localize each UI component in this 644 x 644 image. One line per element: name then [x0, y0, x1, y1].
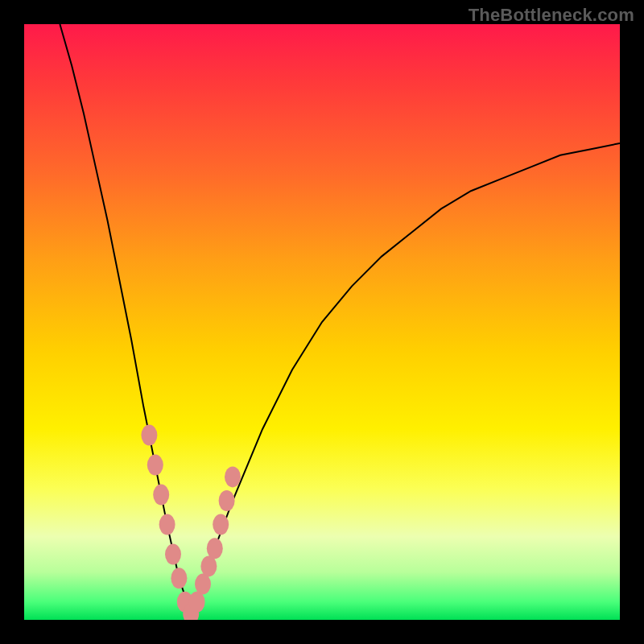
marker-point — [165, 544, 181, 565]
plot-gradient-area — [24, 24, 620, 620]
marker-point — [171, 568, 187, 588]
marker-point — [153, 485, 169, 506]
marker-point — [195, 574, 211, 595]
marker-point — [225, 466, 241, 487]
marker-point — [141, 425, 157, 446]
marker-point — [147, 455, 163, 476]
watermark-text: TheBottleneck.com — [469, 5, 634, 26]
marker-group — [141, 425, 241, 620]
marker-point — [189, 592, 205, 613]
marker-point — [200, 555, 217, 576]
marker-point — [219, 490, 235, 511]
marker-point — [213, 514, 229, 535]
chart-svg — [24, 24, 620, 620]
marker-point — [207, 538, 223, 559]
curve-right-branch — [191, 143, 620, 614]
chart-frame: TheBottleneck.com — [0, 0, 644, 644]
marker-point — [159, 514, 175, 535]
